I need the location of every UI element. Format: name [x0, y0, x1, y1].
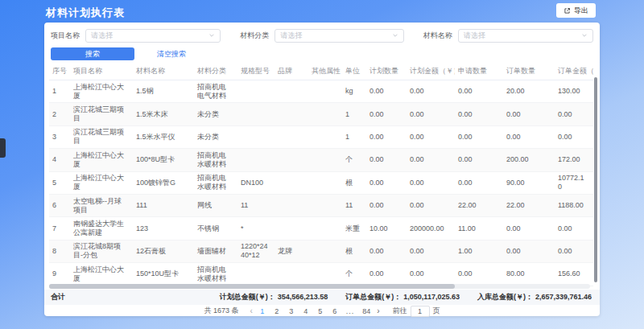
table-cell: 招商机电 电气材料	[194, 80, 237, 103]
table-cell: 90.00	[503, 171, 555, 194]
table-cell: 招商机电 水暖材料	[194, 149, 237, 171]
table-cell	[308, 125, 342, 148]
table-cell	[308, 263, 342, 286]
table-cell: 1.5米水平仪	[133, 125, 194, 148]
pagination: 共 1673 条 ‹ 123456...84 › 前往 页	[44, 306, 600, 316]
column-header: 申请数量	[455, 63, 503, 80]
left-drawer-handle[interactable]	[0, 138, 6, 158]
table-cell: 7	[49, 217, 70, 240]
goto-page-input[interactable]	[411, 306, 430, 317]
material-name-label: 材料名称	[423, 31, 452, 41]
table-cell: 172.00	[555, 149, 593, 171]
page-ellipsis: ...	[346, 307, 355, 315]
table-cell: 0.00	[366, 80, 407, 103]
table-row[interactable]: 4上海松江中心大厦100*8U型卡招商机电 水暖材料个0.000.000.002…	[49, 149, 593, 171]
table-cell: 11	[342, 194, 366, 216]
clear-search-link[interactable]: 清空搜索	[157, 49, 186, 60]
table-cell: 上海松江中心大厦	[70, 80, 133, 103]
column-header: 材料分类	[194, 63, 237, 80]
table-cell: 米重	[342, 217, 366, 240]
prev-page-button[interactable]: ‹	[248, 307, 254, 315]
table-cell: 1.00	[455, 240, 503, 262]
table-cell: 10772.10	[555, 171, 593, 194]
table-cell: 0.00	[407, 240, 455, 262]
table-cell: 0.00	[555, 103, 593, 125]
table-row[interactable]: 6太空电梯--月球项目111网线11110.000.0022.0022.0011…	[49, 194, 593, 216]
next-page-button[interactable]: ›	[375, 307, 381, 315]
page-number-button[interactable]: 4	[303, 307, 309, 315]
table-row[interactable]: 3滨江花城三期项目1.5米水平仪未分类10.000.000.000.000.00	[49, 125, 593, 148]
inbound-total-value: 2,657,339,761.46	[535, 293, 592, 301]
table-cell: 100*8U型卡	[133, 149, 194, 171]
table-cell: 8	[49, 240, 70, 262]
table-cell: 1188.00	[555, 194, 593, 216]
column-header: 序号	[49, 63, 70, 80]
summary-row: 合计 计划总金额(￥)：354,566,213.58 订单总金额(￥)：1,05…	[44, 290, 600, 305]
column-header: 订单金额（￥）	[555, 63, 593, 80]
column-header: 规格型号	[237, 63, 275, 80]
table-cell: 0.00	[455, 80, 503, 103]
table-row[interactable]: 9上海松江中心大厦150*10U型卡招商机电 水暖材料个0.000.000.00…	[49, 263, 593, 286]
action-bar: 搜索 清空搜索	[51, 47, 186, 60]
table-cell: 个	[342, 263, 366, 286]
material-category-select[interactable]: 请选择	[275, 29, 404, 43]
table-cell	[308, 194, 342, 216]
table-cell: 滨江花城8期项目-分包	[70, 240, 133, 262]
table-cell	[237, 263, 275, 286]
table-cell	[308, 240, 342, 262]
page-number-button[interactable]: 5	[317, 307, 324, 315]
table-cell	[275, 125, 308, 148]
table-cell: 200000.00	[407, 217, 455, 240]
table-cell: 0.00	[366, 149, 407, 171]
table-cell: 1220*2440*12	[237, 240, 275, 262]
column-header: 单位	[342, 63, 366, 80]
table-cell: 龙牌	[275, 240, 308, 262]
search-button[interactable]: 搜索	[51, 47, 134, 60]
table-cell: 0.00	[407, 194, 455, 216]
table-cell: 200.00	[503, 149, 555, 171]
table-cell	[275, 171, 308, 194]
table-row[interactable]: 2滨江花城三期项目1.5米木床未分类10.000.000.000.000.00	[49, 103, 593, 125]
table-row[interactable]: 7南钢盛达大学生公寓新建123不锈钢*米重10.00200000.0011.00…	[49, 217, 593, 240]
table-cell: 9	[49, 263, 70, 286]
table-cell: 上海松江中心大厦	[70, 263, 133, 286]
filter-bar: 项目名称 请选择 材料分类 请选择 材料名称 请选择	[51, 28, 593, 43]
table-row[interactable]: 8滨江花城8期项目-分包12石膏板墙面辅材1220*2440*12龙牌根0.00…	[49, 240, 593, 262]
table-cell: 4	[49, 149, 70, 171]
table-cell: 0.00	[555, 125, 593, 148]
table-cell: 0.00	[366, 103, 407, 125]
table-cell: 0.00	[407, 263, 455, 286]
page-number-button[interactable]: 84	[362, 307, 370, 315]
material-name-select[interactable]: 请选择	[458, 29, 593, 43]
horizontal-scrollbar-thumb[interactable]	[49, 284, 455, 289]
project-name-select[interactable]: 请选择	[85, 29, 221, 43]
page-number-button[interactable]: 2	[274, 307, 280, 315]
export-button[interactable]: 导出	[556, 3, 596, 18]
vertical-scrollbar[interactable]	[594, 77, 597, 282]
horizontal-scrollbar[interactable]	[49, 284, 590, 289]
material-category-label: 材料分类	[240, 31, 269, 41]
table-cell: 0.00	[366, 171, 407, 194]
table-cell: 1	[342, 103, 366, 125]
table-cell: 不锈钢	[194, 217, 237, 240]
table-cell: 0.00	[455, 125, 503, 148]
page-number-button[interactable]: 3	[288, 307, 295, 315]
table-cell: 滨江花城三期项目	[70, 125, 133, 148]
page-number-button[interactable]: 6	[332, 307, 338, 315]
table-cell: 22.00	[455, 194, 503, 216]
table-row[interactable]: 1上海松江中心大厦1.5钢招商机电 电气材料kg0.000.000.0020.0…	[49, 80, 593, 103]
summary-totals: 计划总金额(￥)：354,566,213.58 订单总金额(￥)：1,050,1…	[220, 292, 592, 302]
chevron-down-icon	[392, 32, 398, 39]
content-panel: 项目名称 请选择 材料分类 请选择 材料名称 请选择 搜索 清空搜索 序号项目名…	[44, 23, 600, 316]
material-name-placeholder: 请选择	[464, 31, 485, 41]
table-cell: 10.00	[366, 217, 407, 240]
table-cell: 0.00	[407, 149, 455, 171]
table-cell: 网线	[194, 194, 237, 216]
table-cell	[275, 194, 308, 216]
table-cell	[308, 80, 342, 103]
page-number-button[interactable]: 1	[259, 307, 266, 315]
export-button-label: 导出	[574, 6, 588, 16]
table-row[interactable]: 5上海松江中心大厦100镀锌管G招商机电 水暖材料DN100根0.000.000…	[49, 171, 593, 194]
table-cell: 1.5钢	[133, 80, 194, 103]
table-cell: 招商机电 水暖材料	[194, 263, 237, 286]
